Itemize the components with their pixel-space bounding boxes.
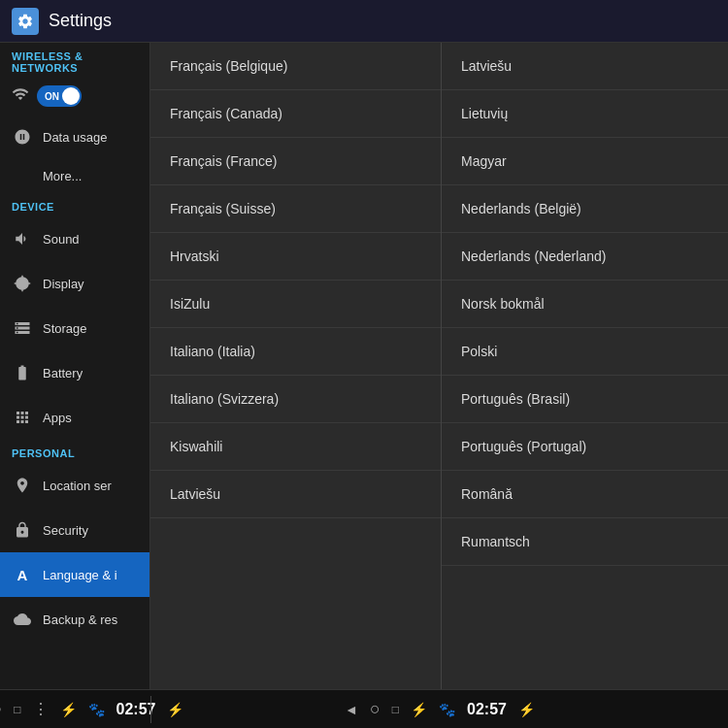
language-item[interactable]: Português (Brasil): [442, 376, 728, 423]
sidebar-item-display[interactable]: Display: [0, 261, 149, 306]
language-item[interactable]: Hrvatski: [150, 233, 441, 281]
battery-charging-icon-right: ⚡: [518, 702, 535, 717]
settings-icon: [12, 8, 39, 35]
status-bar-left: ◄ ○ □ ⋮ ⚡ 🐾 02:57 ⚡: [0, 699, 150, 719]
sidebar-item-label: Security: [43, 523, 88, 538]
sidebar-item-label: Display: [43, 277, 84, 291]
toggle-on-text: ON: [45, 91, 59, 102]
sidebar: WIRELESS &NETWORKS ON Data u: [0, 43, 150, 689]
title-bar: Settings: [0, 0, 728, 43]
section-header-wireless: WIRELESS &NETWORKS: [0, 43, 149, 78]
recent-apps-button[interactable]: □: [14, 703, 20, 716]
language-item[interactable]: Polski: [442, 328, 728, 376]
language-item[interactable]: IsiZulu: [150, 281, 441, 328]
sidebar-item-label: Language & i: [43, 568, 117, 582]
sidebar-item-label: Sound: [43, 232, 80, 247]
page-title: Settings: [49, 11, 112, 31]
sidebar-item-label: Battery: [43, 366, 83, 381]
sidebar-item-location[interactable]: Location ser: [0, 463, 149, 508]
language-item[interactable]: Norsk bokmål: [442, 281, 728, 328]
sidebar-item-label: Data usage: [43, 130, 108, 145]
status-time-right: 02:57: [467, 701, 507, 718]
sidebar-item-more[interactable]: More...: [0, 159, 149, 193]
language-item[interactable]: Latviešu: [442, 43, 728, 90]
sidebar-item-label: Storage: [43, 321, 87, 336]
language-icon: A: [12, 564, 33, 585]
language-item[interactable]: Kiswahili: [150, 423, 441, 471]
status-bar: ◄ ○ □ ⋮ ⚡ 🐾 02:57 ⚡ ◄ ○ □ ⚡ 🐾 02:57 ⚡: [0, 689, 728, 728]
sidebar-item-language[interactable]: A Language & i: [0, 552, 149, 597]
wifi-icon: [12, 85, 29, 107]
middle-language-panel: Français (Belgique) Français (Canada) Fr…: [150, 43, 442, 689]
language-item[interactable]: Italiano (Italia): [150, 328, 441, 376]
language-item[interactable]: Magyar: [442, 138, 728, 185]
status-bar-right: ◄ ○ □ ⚡ 🐾 02:57 ⚡: [151, 699, 728, 719]
usb-icon-right: ⚡: [411, 702, 427, 717]
display-icon: [12, 273, 33, 294]
right-language-panel: Latviešu Lietuvių Magyar Nederlands (Bel…: [442, 43, 728, 689]
language-item[interactable]: Română: [442, 471, 728, 518]
language-item[interactable]: Latviešu: [150, 471, 441, 518]
location-icon: [12, 475, 33, 496]
backup-icon: [12, 609, 33, 630]
security-icon: [12, 519, 33, 541]
language-item[interactable]: Français (Suisse): [150, 185, 441, 233]
language-item[interactable]: Português (Portugal): [442, 423, 728, 471]
sidebar-item-wifi[interactable]: ON: [0, 78, 149, 115]
home-button-right[interactable]: ○: [370, 699, 381, 719]
language-item[interactable]: Italiano (Svizzera): [150, 376, 441, 423]
sidebar-item-label: Backup & res: [43, 612, 117, 627]
main-content: WIRELESS &NETWORKS ON Data u: [0, 43, 728, 689]
language-item[interactable]: Français (Belgique): [150, 43, 441, 90]
notification-icon-right: 🐾: [439, 702, 455, 717]
data-usage-icon: [12, 126, 33, 148]
battery-icon: [12, 362, 33, 383]
apps-icon: [12, 407, 33, 428]
toggle-knob: [62, 87, 80, 105]
sidebar-item-sound[interactable]: Sound: [0, 216, 149, 261]
language-item[interactable]: Nederlands (Nederland): [442, 233, 728, 281]
section-header-personal: PERSONAL: [0, 440, 149, 463]
notification-icon: 🐾: [88, 702, 105, 717]
usb-icon: ⚡: [60, 702, 77, 717]
wifi-toggle[interactable]: ON: [37, 85, 82, 107]
language-item[interactable]: Nederlands (België): [442, 185, 728, 233]
storage-icon: [12, 317, 33, 339]
menu-button[interactable]: ⋮: [33, 700, 49, 718]
sidebar-item-apps[interactable]: Apps: [0, 395, 149, 440]
sidebar-item-storage[interactable]: Storage: [0, 306, 149, 350]
back-button-right[interactable]: ◄: [345, 702, 358, 717]
sound-icon: [12, 228, 33, 249]
language-item[interactable]: Français (Canada): [150, 90, 441, 138]
sidebar-item-label: Apps: [43, 411, 72, 425]
language-item[interactable]: Français (France): [150, 138, 441, 185]
sidebar-item-backup[interactable]: Backup & res: [0, 597, 149, 642]
sidebar-item-label: Location ser: [43, 479, 112, 493]
sidebar-item-battery[interactable]: Battery: [0, 350, 149, 395]
sidebar-item-data-usage[interactable]: Data usage: [0, 115, 149, 159]
recent-apps-button-right[interactable]: □: [392, 703, 399, 716]
home-button[interactable]: ○: [0, 699, 2, 719]
language-item[interactable]: Lietuvių: [442, 90, 728, 138]
language-item[interactable]: Rumantsch: [442, 518, 728, 566]
section-header-device: DEVICE: [0, 193, 149, 216]
sidebar-item-security[interactable]: Security: [0, 508, 149, 552]
